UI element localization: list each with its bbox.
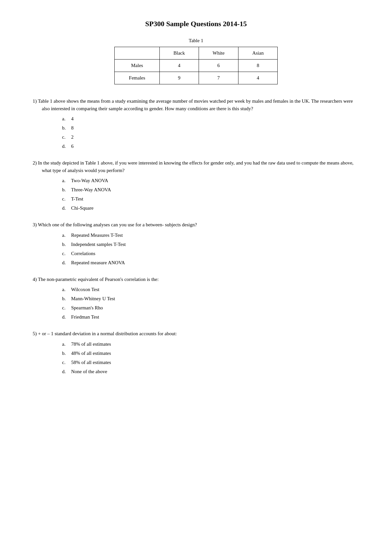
table-row-females: Females 9 7 4: [115, 72, 278, 84]
table-header-black: Black: [160, 47, 199, 60]
question-1-option-4: d. 6: [62, 142, 359, 150]
question-3-options: a. Repeated Measures T-Testb. Independen…: [33, 231, 359, 267]
option-letter: c.: [62, 133, 70, 141]
question-4-options: a. Wilcoxon Testb. Mann-Whitney U Testc.…: [33, 286, 359, 321]
question-2: 2) In the study depicted in Table 1 abov…: [33, 159, 359, 212]
question-5-option-1: a. 78% of all estimates: [62, 340, 359, 348]
question-3-option-2: b. Independent samples T-Test: [62, 240, 359, 248]
question-2-option-1: a. Two-Way ANOVA: [62, 177, 359, 184]
question-2-option-2: b. Three-Way ANOVA: [62, 186, 359, 194]
option-text: 6: [70, 144, 74, 149]
question-5: 5) + or – 1 standard deviation in a norm…: [33, 330, 359, 375]
option-text: T-Test: [70, 196, 83, 201]
question-1-option-1: a. 4: [62, 115, 359, 123]
question-2-option-3: c. T-Test: [62, 195, 359, 203]
question-3: 3) Which one of the following analyses c…: [33, 221, 359, 267]
question-2-option-4: d. Chi-Square: [62, 204, 359, 212]
option-letter: c.: [62, 250, 70, 257]
question-3-option-1: a. Repeated Measures T-Test: [62, 231, 359, 239]
question-1-option-2: b. 8: [62, 124, 359, 132]
question-5-option-2: b. 48% of all estimates: [62, 349, 359, 357]
option-text: Mann-Whitney U Test: [70, 296, 115, 301]
question-4-option-2: b. Mann-Whitney U Test: [62, 295, 359, 303]
table-header-empty: [115, 47, 160, 60]
option-letter: d.: [62, 204, 70, 212]
option-letter: c.: [62, 358, 70, 366]
option-letter: d.: [62, 368, 70, 375]
question-4-text: 4) The non-parametric equivalent of Pear…: [33, 276, 359, 283]
option-text: Three-Way ANOVA: [70, 187, 111, 192]
table-header-asian: Asian: [238, 47, 278, 60]
question-2-options: a. Two-Way ANOVAb. Three-Way ANOVAc. T-T…: [33, 177, 359, 212]
cell-males-asian: 8: [238, 60, 278, 72]
option-text: 48% of all estimates: [70, 351, 111, 356]
option-text: Wilcoxon Test: [70, 287, 99, 292]
questions-section: 1) Table 1 above shows the means from a …: [33, 97, 359, 375]
option-letter: b.: [62, 124, 70, 132]
cell-females-black: 9: [160, 72, 199, 84]
question-5-option-4: d. None of the above: [62, 368, 359, 375]
option-letter: b.: [62, 349, 70, 357]
row-label-males: Males: [115, 60, 160, 72]
question-1-text: 1) Table 1 above shows the means from a …: [33, 97, 359, 112]
question-4-option-1: a. Wilcoxon Test: [62, 286, 359, 293]
option-letter: d.: [62, 142, 70, 150]
option-letter: a.: [62, 231, 70, 239]
row-label-females: Females: [115, 72, 160, 84]
option-text: 4: [70, 116, 74, 121]
option-text: 8: [70, 125, 74, 130]
option-text: 58% of all estimates: [70, 360, 111, 365]
question-3-option-4: d. Repeated measure ANOVA: [62, 259, 359, 267]
table-caption: Table 1: [33, 38, 359, 43]
option-letter: a.: [62, 177, 70, 184]
question-5-text: 5) + or – 1 standard deviation in a norm…: [33, 330, 359, 338]
option-text: Friedman Test: [70, 314, 99, 320]
table-row-males: Males 4 6 8: [115, 60, 278, 72]
option-letter: b.: [62, 240, 70, 248]
table-header-row: Black White Asian: [115, 47, 278, 60]
question-1: 1) Table 1 above shows the means from a …: [33, 97, 359, 150]
option-letter: a.: [62, 286, 70, 293]
option-letter: b.: [62, 295, 70, 303]
question-4-option-4: d. Friedman Test: [62, 313, 359, 321]
question-4-option-3: c. Spearman's Rho: [62, 304, 359, 312]
option-letter: a.: [62, 340, 70, 348]
option-text: Repeated measure ANOVA: [70, 260, 125, 265]
option-letter: d.: [62, 313, 70, 321]
option-text: None of the above: [70, 369, 107, 374]
cell-males-white: 6: [199, 60, 238, 72]
question-3-option-3: c. Correlations: [62, 250, 359, 257]
option-text: 78% of all estimates: [70, 341, 111, 347]
table-header-white: White: [199, 47, 238, 60]
question-4: 4) The non-parametric equivalent of Pear…: [33, 276, 359, 321]
option-letter: a.: [62, 115, 70, 123]
cell-females-white: 7: [199, 72, 238, 84]
question-1-options: a. 4b. 8c. 2d. 6: [33, 115, 359, 150]
option-text: Correlations: [70, 251, 95, 256]
cell-females-asian: 4: [238, 72, 278, 84]
option-text: Independent samples T-Test: [70, 242, 126, 247]
option-text: Chi-Square: [70, 205, 93, 211]
question-2-text: 2) In the study depicted in Table 1 abov…: [33, 159, 359, 174]
option-letter: b.: [62, 186, 70, 194]
option-text: Repeated Measures T-Test: [70, 233, 123, 238]
option-letter: d.: [62, 259, 70, 267]
option-letter: c.: [62, 304, 70, 312]
option-text: Spearman's Rho: [70, 305, 103, 310]
question-1-option-3: c. 2: [62, 133, 359, 141]
question-5-option-3: c. 58% of all estimates: [62, 358, 359, 366]
option-letter: c.: [62, 195, 70, 203]
data-table: Black White Asian Males 4 6 8 Females 9 …: [114, 47, 278, 84]
option-text: 2: [70, 134, 74, 140]
page-title: SP300 Sample Questions 2014-15: [33, 20, 359, 28]
question-5-options: a. 78% of all estimatesb. 48% of all est…: [33, 340, 359, 375]
option-text: Two-Way ANOVA: [70, 178, 108, 183]
cell-males-black: 4: [160, 60, 199, 72]
question-3-text: 3) Which one of the following analyses c…: [33, 221, 359, 229]
